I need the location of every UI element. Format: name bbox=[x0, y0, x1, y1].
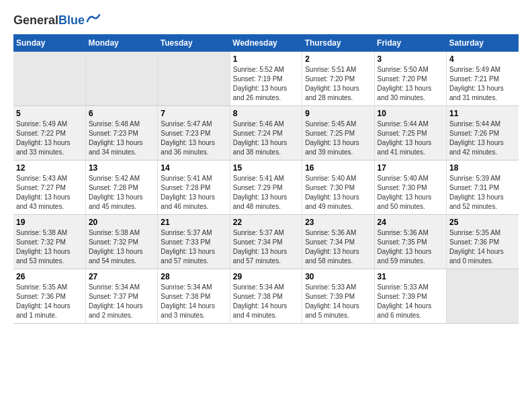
day-number: 15 bbox=[233, 163, 299, 173]
day-info: Sunrise: 5:42 AMSunset: 7:28 PMDaylight:… bbox=[89, 174, 154, 212]
day-info: Sunrise: 5:37 AMSunset: 7:33 PMDaylight:… bbox=[161, 228, 226, 266]
day-info: Sunrise: 5:43 AMSunset: 7:27 PMDaylight:… bbox=[16, 174, 83, 212]
day-number: 23 bbox=[305, 218, 371, 227]
day-number: 26 bbox=[16, 272, 83, 281]
day-number: 27 bbox=[89, 272, 154, 281]
day-info: Sunrise: 5:33 AMSunset: 7:39 PMDaylight:… bbox=[305, 283, 371, 320]
day-number: 16 bbox=[305, 163, 371, 173]
day-header-tuesday: Tuesday bbox=[158, 34, 230, 52]
day-cell: 17Sunrise: 5:40 AMSunset: 7:30 PMDayligh… bbox=[374, 161, 446, 215]
day-info: Sunrise: 5:41 AMSunset: 7:29 PMDaylight:… bbox=[233, 174, 299, 212]
day-cell: 26Sunrise: 5:35 AMSunset: 7:36 PMDayligh… bbox=[13, 269, 85, 324]
logo-brand: GeneralBlue bbox=[13, 13, 101, 28]
day-header-sunday: Sunday bbox=[13, 34, 85, 52]
day-info: Sunrise: 5:48 AMSunset: 7:23 PMDaylight:… bbox=[89, 120, 154, 157]
day-info: Sunrise: 5:51 AMSunset: 7:20 PMDaylight:… bbox=[305, 65, 371, 103]
day-cell: 10Sunrise: 5:44 AMSunset: 7:25 PMDayligh… bbox=[374, 106, 446, 161]
day-info: Sunrise: 5:35 AMSunset: 7:36 PMDaylight:… bbox=[16, 283, 83, 320]
day-cell: 1Sunrise: 5:52 AMSunset: 7:19 PMDaylight… bbox=[230, 52, 302, 106]
week-row-4: 19Sunrise: 5:38 AMSunset: 7:32 PMDayligh… bbox=[13, 215, 519, 269]
day-cell: 19Sunrise: 5:38 AMSunset: 7:32 PMDayligh… bbox=[13, 215, 85, 269]
week-row-1: 1Sunrise: 5:52 AMSunset: 7:19 PMDaylight… bbox=[13, 52, 519, 106]
day-cell: 3Sunrise: 5:50 AMSunset: 7:20 PMDaylight… bbox=[374, 52, 446, 106]
day-header-wednesday: Wednesday bbox=[230, 34, 302, 52]
day-number: 1 bbox=[233, 54, 299, 64]
day-cell: 5Sunrise: 5:49 AMSunset: 7:22 PMDaylight… bbox=[13, 106, 85, 161]
day-number: 14 bbox=[161, 163, 226, 173]
day-info: Sunrise: 5:36 AMSunset: 7:35 PMDaylight:… bbox=[378, 228, 443, 266]
day-info: Sunrise: 5:38 AMSunset: 7:32 PMDaylight:… bbox=[16, 228, 83, 266]
day-info: Sunrise: 5:44 AMSunset: 7:26 PMDaylight:… bbox=[449, 120, 516, 157]
day-cell: 16Sunrise: 5:40 AMSunset: 7:30 PMDayligh… bbox=[302, 161, 374, 215]
day-info: Sunrise: 5:40 AMSunset: 7:30 PMDaylight:… bbox=[378, 174, 443, 212]
day-number: 2 bbox=[305, 54, 371, 64]
day-cell: 6Sunrise: 5:48 AMSunset: 7:23 PMDaylight… bbox=[85, 106, 157, 161]
page-header: GeneralBlue bbox=[13, 13, 519, 28]
day-info: Sunrise: 5:39 AMSunset: 7:31 PMDaylight:… bbox=[449, 174, 516, 212]
day-number: 12 bbox=[16, 163, 83, 173]
day-info: Sunrise: 5:46 AMSunset: 7:24 PMDaylight:… bbox=[233, 120, 299, 157]
day-number: 31 bbox=[378, 272, 443, 281]
week-row-5: 26Sunrise: 5:35 AMSunset: 7:36 PMDayligh… bbox=[13, 269, 519, 324]
day-info: Sunrise: 5:34 AMSunset: 7:37 PMDaylight:… bbox=[89, 283, 154, 320]
day-number: 21 bbox=[161, 218, 226, 227]
day-info: Sunrise: 5:34 AMSunset: 7:38 PMDaylight:… bbox=[233, 283, 299, 320]
day-cell bbox=[13, 52, 85, 106]
day-number: 8 bbox=[233, 109, 299, 118]
day-cell: 31Sunrise: 5:33 AMSunset: 7:39 PMDayligh… bbox=[374, 269, 446, 324]
day-header-saturday: Saturday bbox=[447, 34, 519, 52]
day-cell: 22Sunrise: 5:37 AMSunset: 7:34 PMDayligh… bbox=[230, 215, 302, 269]
day-number: 10 bbox=[378, 109, 443, 118]
day-number: 20 bbox=[89, 218, 154, 227]
day-number: 11 bbox=[449, 109, 516, 118]
day-number: 22 bbox=[233, 218, 299, 227]
day-info: Sunrise: 5:36 AMSunset: 7:34 PMDaylight:… bbox=[305, 228, 371, 266]
days-header-row: SundayMondayTuesdayWednesdayThursdayFrid… bbox=[13, 34, 519, 52]
day-cell: 15Sunrise: 5:41 AMSunset: 7:29 PMDayligh… bbox=[230, 161, 302, 215]
day-cell bbox=[447, 269, 519, 324]
day-info: Sunrise: 5:49 AMSunset: 7:21 PMDaylight:… bbox=[449, 65, 516, 103]
day-info: Sunrise: 5:33 AMSunset: 7:39 PMDaylight:… bbox=[378, 283, 443, 320]
day-info: Sunrise: 5:35 AMSunset: 7:36 PMDaylight:… bbox=[449, 228, 516, 266]
day-info: Sunrise: 5:40 AMSunset: 7:30 PMDaylight:… bbox=[305, 174, 371, 212]
logo-wave-icon bbox=[86, 12, 101, 24]
day-cell: 12Sunrise: 5:43 AMSunset: 7:27 PMDayligh… bbox=[13, 161, 85, 215]
day-info: Sunrise: 5:37 AMSunset: 7:34 PMDaylight:… bbox=[233, 228, 299, 266]
day-number: 30 bbox=[305, 272, 371, 281]
day-info: Sunrise: 5:44 AMSunset: 7:25 PMDaylight:… bbox=[378, 120, 443, 157]
logo: GeneralBlue bbox=[13, 13, 101, 28]
day-number: 5 bbox=[16, 109, 83, 118]
day-cell: 4Sunrise: 5:49 AMSunset: 7:21 PMDaylight… bbox=[447, 52, 519, 106]
day-header-monday: Monday bbox=[85, 34, 157, 52]
day-cell: 20Sunrise: 5:38 AMSunset: 7:32 PMDayligh… bbox=[85, 215, 157, 269]
day-cell: 23Sunrise: 5:36 AMSunset: 7:34 PMDayligh… bbox=[302, 215, 374, 269]
day-number: 19 bbox=[16, 218, 83, 227]
week-row-2: 5Sunrise: 5:49 AMSunset: 7:22 PMDaylight… bbox=[13, 106, 519, 161]
day-number: 9 bbox=[305, 109, 371, 118]
day-cell bbox=[158, 52, 230, 106]
day-info: Sunrise: 5:38 AMSunset: 7:32 PMDaylight:… bbox=[89, 228, 154, 266]
day-cell: 2Sunrise: 5:51 AMSunset: 7:20 PMDaylight… bbox=[302, 52, 374, 106]
day-number: 6 bbox=[89, 109, 154, 118]
day-info: Sunrise: 5:52 AMSunset: 7:19 PMDaylight:… bbox=[233, 65, 299, 103]
day-cell: 11Sunrise: 5:44 AMSunset: 7:26 PMDayligh… bbox=[447, 106, 519, 161]
day-number: 4 bbox=[449, 54, 516, 64]
logo-blue-label: Blue bbox=[58, 13, 85, 27]
day-cell: 9Sunrise: 5:45 AMSunset: 7:25 PMDaylight… bbox=[302, 106, 374, 161]
calendar-table: SundayMondayTuesdayWednesdayThursdayFrid… bbox=[13, 34, 519, 324]
day-number: 29 bbox=[233, 272, 299, 281]
day-header-thursday: Thursday bbox=[302, 34, 374, 52]
day-header-friday: Friday bbox=[374, 34, 446, 52]
day-info: Sunrise: 5:34 AMSunset: 7:38 PMDaylight:… bbox=[161, 283, 226, 320]
day-cell: 7Sunrise: 5:47 AMSunset: 7:23 PMDaylight… bbox=[158, 106, 230, 161]
day-cell: 18Sunrise: 5:39 AMSunset: 7:31 PMDayligh… bbox=[447, 161, 519, 215]
day-number: 25 bbox=[449, 218, 516, 227]
day-info: Sunrise: 5:50 AMSunset: 7:20 PMDaylight:… bbox=[378, 65, 443, 103]
day-number: 17 bbox=[378, 163, 443, 173]
day-cell: 21Sunrise: 5:37 AMSunset: 7:33 PMDayligh… bbox=[158, 215, 230, 269]
day-cell: 30Sunrise: 5:33 AMSunset: 7:39 PMDayligh… bbox=[302, 269, 374, 324]
day-cell: 24Sunrise: 5:36 AMSunset: 7:35 PMDayligh… bbox=[374, 215, 446, 269]
day-info: Sunrise: 5:45 AMSunset: 7:25 PMDaylight:… bbox=[305, 120, 371, 157]
day-cell: 27Sunrise: 5:34 AMSunset: 7:37 PMDayligh… bbox=[85, 269, 157, 324]
logo-graphic: GeneralBlue bbox=[13, 13, 85, 28]
